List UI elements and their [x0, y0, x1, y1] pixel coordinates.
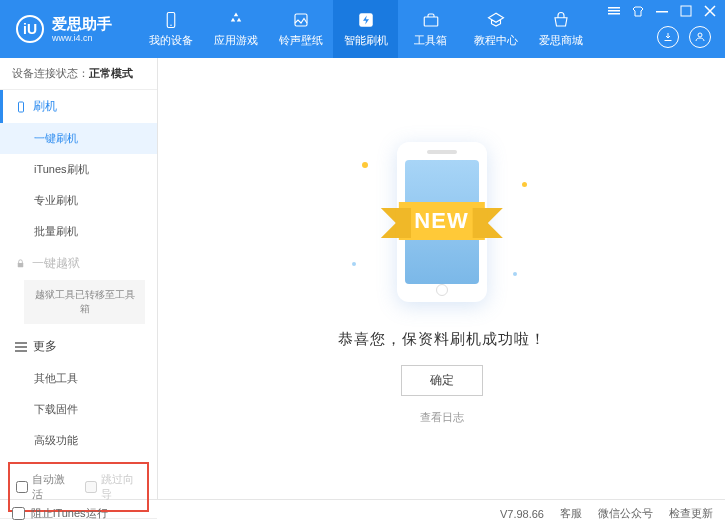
- svg-rect-12: [18, 263, 24, 267]
- nav-ringtone-wallpaper[interactable]: 铃声壁纸: [268, 0, 333, 58]
- nav-smart-flash[interactable]: 智能刷机: [333, 0, 398, 58]
- svg-rect-15: [15, 350, 27, 352]
- footer-link-wechat[interactable]: 微信公众号: [598, 506, 653, 521]
- svg-rect-8: [656, 11, 668, 13]
- sidebar-item-advanced[interactable]: 高级功能: [0, 425, 157, 456]
- logo-icon: iU: [16, 15, 44, 43]
- user-button[interactable]: [689, 26, 711, 48]
- skin-icon[interactable]: [631, 4, 645, 18]
- checkbox-skip-setup[interactable]: 跳过向导: [85, 472, 142, 502]
- sidebar-item-pro-flash[interactable]: 专业刷机: [0, 185, 157, 216]
- svg-rect-14: [15, 346, 27, 348]
- sidebar-item-batch-flash[interactable]: 批量刷机: [0, 216, 157, 247]
- wallpaper-icon: [291, 10, 311, 30]
- sidebar-section-more[interactable]: 更多: [0, 330, 157, 363]
- app-url: www.i4.cn: [52, 33, 112, 44]
- nav-tutorials[interactable]: 教程中心: [463, 0, 528, 58]
- window-controls: [607, 4, 717, 18]
- app-title: 爱思助手: [52, 15, 112, 33]
- store-icon: [551, 10, 571, 30]
- menu-icon[interactable]: [607, 4, 621, 18]
- svg-rect-9: [681, 6, 691, 16]
- app-logo: iU 爱思助手 www.i4.cn: [0, 15, 128, 44]
- sidebar-section-flash[interactable]: 刷机: [0, 90, 157, 123]
- main-content: NEW 恭喜您，保资料刷机成功啦！ 确定 查看日志: [158, 58, 725, 499]
- lock-icon: [15, 258, 26, 269]
- nav-my-device[interactable]: 我的设备: [138, 0, 203, 58]
- hamburger-icon: [15, 341, 27, 353]
- view-log-link[interactable]: 查看日志: [420, 410, 464, 425]
- nav-store[interactable]: 爱思商城: [528, 0, 593, 58]
- sidebar-item-itunes-flash[interactable]: iTunes刷机: [0, 154, 157, 185]
- new-ribbon: NEW: [398, 202, 484, 240]
- svg-rect-5: [608, 7, 620, 9]
- svg-rect-7: [608, 13, 620, 15]
- ok-button[interactable]: 确定: [401, 365, 483, 396]
- nav-toolbox[interactable]: 工具箱: [398, 0, 463, 58]
- app-header: iU 爱思助手 www.i4.cn 我的设备 应用游戏 铃声壁纸 智能刷机 工具…: [0, 0, 725, 58]
- apps-icon: [226, 10, 246, 30]
- sidebar-item-download-firmware[interactable]: 下载固件: [0, 394, 157, 425]
- success-message: 恭喜您，保资料刷机成功啦！: [338, 330, 546, 349]
- download-button[interactable]: [657, 26, 679, 48]
- sidebar-section-jailbreak: 一键越狱: [0, 247, 157, 280]
- main-nav: 我的设备 应用游戏 铃声壁纸 智能刷机 工具箱 教程中心 爱思商城: [138, 0, 593, 58]
- maximize-button[interactable]: [679, 4, 693, 18]
- footer-link-support[interactable]: 客服: [560, 506, 582, 521]
- footer-link-update[interactable]: 检查更新: [669, 506, 713, 521]
- version-label: V7.98.66: [500, 508, 544, 520]
- svg-rect-11: [19, 102, 24, 112]
- svg-rect-4: [424, 17, 438, 26]
- toolbox-icon: [421, 10, 441, 30]
- graduation-icon: [486, 10, 506, 30]
- svg-rect-13: [15, 342, 27, 344]
- checkbox-block-itunes[interactable]: 阻止iTunes运行: [12, 506, 108, 521]
- sidebar: 设备连接状态：正常模式 刷机 一键刷机 iTunes刷机 专业刷机 批量刷机 一…: [0, 58, 158, 499]
- highlighted-options: 自动激活 跳过向导: [8, 462, 149, 512]
- phone-icon: [15, 101, 27, 113]
- jailbreak-note: 越狱工具已转移至工具箱: [24, 280, 145, 324]
- device-connection-status: 设备连接状态：正常模式: [0, 58, 157, 90]
- svg-rect-6: [608, 10, 620, 12]
- close-button[interactable]: [703, 4, 717, 18]
- checkbox-auto-activate[interactable]: 自动激活: [16, 472, 73, 502]
- sidebar-item-oneclick-flash[interactable]: 一键刷机: [0, 123, 157, 154]
- nav-apps-games[interactable]: 应用游戏: [203, 0, 268, 58]
- svg-point-10: [698, 33, 702, 37]
- svg-point-1: [170, 25, 172, 27]
- phone-icon: [161, 10, 181, 30]
- success-illustration: NEW: [342, 132, 542, 312]
- minimize-button[interactable]: [655, 4, 669, 18]
- sidebar-item-other-tools[interactable]: 其他工具: [0, 363, 157, 394]
- flash-icon: [356, 10, 376, 30]
